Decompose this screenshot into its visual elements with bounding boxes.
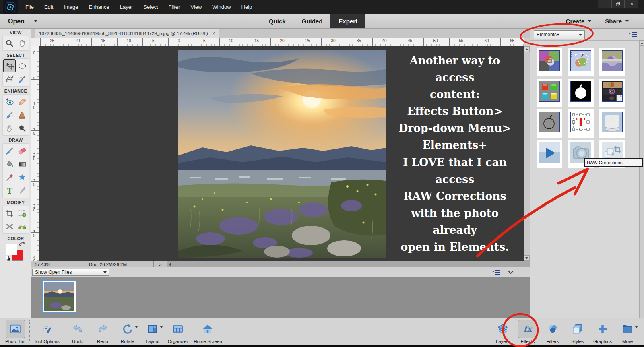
taskbar-icon-box xyxy=(143,320,162,338)
swap-colors-icon[interactable] xyxy=(18,241,25,246)
document-title: 107236835_1440696106119556_3820411531618… xyxy=(39,31,208,36)
taskbar-filters[interactable]: Filters xyxy=(543,320,562,344)
dropdown-caret-icon[interactable] xyxy=(160,326,163,328)
taskbar-home-screen[interactable]: Home Screen xyxy=(194,320,222,344)
taskbar-layout[interactable]: Layout xyxy=(143,320,162,344)
dropdown-caret-icon[interactable] xyxy=(135,326,138,328)
status-expand-button[interactable]: > xyxy=(154,261,167,268)
menu-edit[interactable]: Edit xyxy=(39,0,58,14)
zoom-tool[interactable] xyxy=(3,37,16,50)
panel-scroll-up-icon[interactable] xyxy=(640,40,644,46)
photo-bin-collapse-icon[interactable] xyxy=(508,271,514,274)
effect-type-mask[interactable]: T xyxy=(568,109,594,138)
photo-bin-thumbnail[interactable] xyxy=(42,280,76,313)
tab-expert[interactable]: Expert xyxy=(330,14,365,28)
marquee-tool[interactable] xyxy=(16,59,28,72)
eyedropper-tool[interactable] xyxy=(3,171,16,184)
menu-image[interactable]: Image xyxy=(58,0,83,14)
photo-bin-menu-icon[interactable] xyxy=(492,269,501,275)
content-video[interactable] xyxy=(537,140,562,168)
tab-quick[interactable]: Quick xyxy=(261,14,294,28)
taskbar-layers[interactable]: Layers xyxy=(493,320,512,344)
taskbar-icon-box xyxy=(493,320,512,338)
taskbar-tool-options[interactable]: Tool Options xyxy=(34,320,60,344)
gradient-tool[interactable] xyxy=(16,157,28,171)
scroll-up-icon[interactable] xyxy=(524,46,530,52)
annotation-text-block-2: I LOVE that I can accessRAW Correctionsw… xyxy=(389,154,521,256)
blur-tool[interactable] xyxy=(16,122,28,135)
taskbar-effects[interactable]: fxEffects xyxy=(518,320,537,344)
effects-panel-scrollbar[interactable] xyxy=(639,40,644,318)
paint-bucket-tool[interactable] xyxy=(3,157,16,171)
effect-photo-strip[interactable] xyxy=(599,79,625,107)
brush-tool[interactable] xyxy=(3,144,16,157)
canvas[interactable]: Another way to accesscontent:Effects But… xyxy=(39,46,524,261)
tool-group-modify xyxy=(2,206,29,234)
default-colors-icon[interactable] xyxy=(6,256,10,261)
show-open-files-dropdown[interactable]: Show Open Files xyxy=(32,269,109,276)
taskbar-undo[interactable]: Undo xyxy=(68,320,87,344)
open-button[interactable]: Open xyxy=(8,18,25,25)
taskbar-photo-bin[interactable]: Photo Bin xyxy=(5,320,25,344)
menu-help[interactable]: Help xyxy=(236,0,258,14)
red-eye-tool[interactable] xyxy=(3,95,16,108)
eraser-tool[interactable] xyxy=(16,144,28,157)
taskbar-redo[interactable]: Redo xyxy=(93,320,112,344)
pencil-icon xyxy=(17,186,27,196)
hand-tool[interactable] xyxy=(16,37,28,50)
taskbar-rotate[interactable]: Rotate xyxy=(118,320,137,344)
document-close-icon[interactable]: × xyxy=(212,31,215,36)
effects-panel-menu-icon[interactable] xyxy=(628,31,637,37)
close-button[interactable]: × xyxy=(625,0,638,8)
effect-apple-scroll[interactable] xyxy=(599,109,625,138)
doc-size: Doc: 26.2M/26.2M xyxy=(62,261,154,268)
menu-filter[interactable]: Filter xyxy=(163,0,186,14)
menu-select[interactable]: Select xyxy=(138,0,163,14)
taskbar-graphics[interactable]: Graphics xyxy=(593,320,612,344)
effect-apple-duotone[interactable] xyxy=(599,48,625,76)
open-dropdown-icon[interactable] xyxy=(34,20,37,22)
spot-healing-tool[interactable] xyxy=(16,95,28,108)
foreground-color-swatch[interactable] xyxy=(6,244,17,255)
effect-color-quadrants[interactable] xyxy=(537,48,562,76)
pencil-tool[interactable] xyxy=(16,184,28,197)
tab-guided[interactable]: Guided xyxy=(294,14,331,28)
menu-file[interactable]: File xyxy=(20,0,39,14)
effect-apple-selection[interactable] xyxy=(568,48,594,76)
zoom-level[interactable]: 17.43% xyxy=(31,261,62,268)
straighten-tool[interactable] xyxy=(16,220,28,233)
document-tab[interactable]: 107236835_1440696106119556_3820411531618… xyxy=(35,29,219,38)
dropdown-caret-icon[interactable] xyxy=(635,326,638,328)
move-tool[interactable] xyxy=(3,59,16,72)
shape-tool[interactable] xyxy=(16,171,28,184)
menu-enhance[interactable]: Enhance xyxy=(84,0,115,14)
create-button[interactable]: Create xyxy=(566,18,592,25)
minimize-button[interactable]: – xyxy=(598,0,611,8)
taskbar-styles[interactable]: Styles xyxy=(568,320,587,344)
crop-tool[interactable] xyxy=(3,207,16,220)
menu-layer[interactable]: Layer xyxy=(115,0,138,14)
canvas-horizontal-scrollbar[interactable] xyxy=(167,261,530,268)
quick-selection-tool[interactable] xyxy=(16,72,28,86)
restore-button[interactable] xyxy=(611,0,625,8)
share-button[interactable]: Share xyxy=(605,18,629,25)
effect-apple-sketch[interactable] xyxy=(537,109,562,138)
taskbar-label: Filters xyxy=(546,339,559,344)
menu-view[interactable]: View xyxy=(185,0,207,14)
taskbar-more[interactable]: More xyxy=(618,320,637,344)
smudge-tool[interactable] xyxy=(3,122,16,135)
effects-category-dropdown[interactable]: Elements+ xyxy=(534,30,585,39)
content-aware-move-tool[interactable] xyxy=(3,220,16,233)
effect-apple-mask[interactable] xyxy=(568,79,594,107)
clone-stamp-tool[interactable] xyxy=(16,108,28,122)
taskbar-organizer[interactable]: Organizer xyxy=(168,320,188,344)
smart-brush-tool[interactable] xyxy=(3,108,16,122)
lasso-tool[interactable] xyxy=(3,72,16,86)
scroll-down-icon[interactable] xyxy=(524,255,530,261)
canvas-vertical-scrollbar[interactable] xyxy=(524,46,530,261)
taskbar: Photo BinTool OptionsUndoRedoRotateLayou… xyxy=(0,318,644,345)
menu-window[interactable]: Window xyxy=(207,0,236,14)
recompose-tool[interactable] xyxy=(16,207,28,220)
effect-color-swatches[interactable] xyxy=(537,79,562,107)
type-tool[interactable]: T xyxy=(3,184,16,197)
